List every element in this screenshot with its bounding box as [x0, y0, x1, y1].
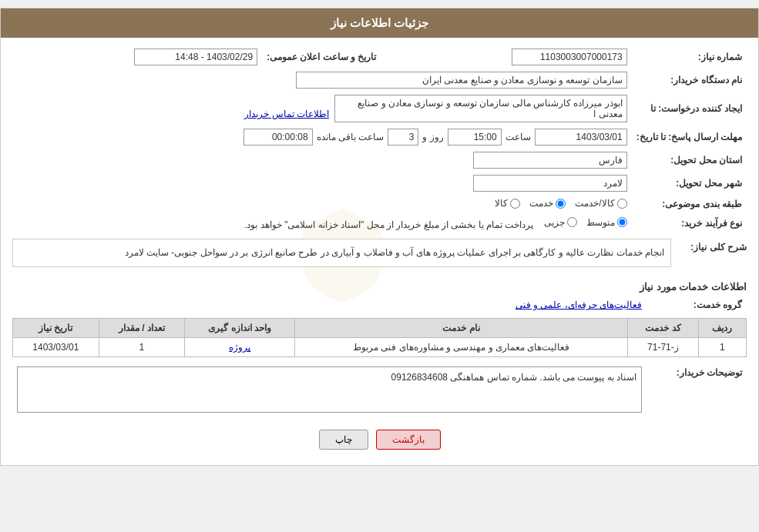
reply-days-label: روز و	[422, 132, 443, 142]
table-row: 1ز-71-71فعالیت‌های معماری و مهندسی و مشا…	[13, 338, 747, 357]
process-motavasset[interactable]: متوسط	[586, 217, 627, 228]
services-section-title: اطلاعات خدمات مورد نیاز	[12, 281, 747, 293]
col-row: ردیف	[698, 319, 746, 338]
col-date: تاریخ نیاز	[13, 319, 99, 338]
cell-date: 1403/03/01	[13, 338, 99, 357]
service-group-label: گروه خدمت:	[646, 296, 747, 313]
cell-name: فعالیت‌های معماری و مهندسی و مشاوره‌های …	[295, 338, 628, 357]
col-count: تعداد / مقدار	[99, 319, 185, 338]
reply-remaining-value: 00:00:08	[243, 129, 313, 146]
category-kala[interactable]: کالا	[495, 198, 520, 209]
summary-label: شرح کلی نیاز:	[677, 239, 747, 253]
service-group-value[interactable]: فعالیت‌های حرفه‌ای، علمی و فنی	[516, 299, 642, 310]
reply-remaining-label: ساعت باقی مانده	[317, 132, 385, 142]
need-number-value: 1103003007000173	[512, 49, 627, 65]
back-button[interactable]: بازگشت	[376, 430, 441, 450]
col-unit: واحد اندازه گیری	[185, 319, 295, 338]
creator-contact-link[interactable]: اطلاعات تماس خریدار	[244, 109, 329, 119]
reply-days-value: 3	[388, 129, 418, 146]
process-joz'i[interactable]: جزیی	[544, 217, 577, 228]
buyer-notes-label: توضیحات خریدار:	[646, 363, 747, 416]
page-title: جزئیات اطلاعات نیاز	[1, 8, 758, 38]
city-value: لامرد	[473, 175, 627, 192]
buyer-notes-value: اسناد به پیوست می باشد. شماره تماس هماهن…	[17, 366, 642, 413]
province-label: استان محل تحویل:	[632, 149, 747, 172]
cell-count: 1	[99, 338, 185, 357]
category-label: طبقه بندی موضوعی:	[632, 195, 747, 214]
buyer-org-label: نام دستگاه خریدار:	[632, 69, 747, 92]
category-kala-khidmat[interactable]: کالا/خدمت	[575, 198, 626, 209]
need-number-label: شماره نیاز:	[632, 45, 747, 69]
creator-value: ابوذر میرزاده کارشناس مالی سازمان توسعه …	[334, 95, 627, 122]
reply-date-value: 1403/03/01	[535, 129, 627, 146]
col-code: کد خدمت	[628, 319, 699, 338]
reply-time-value: 15:00	[448, 129, 502, 146]
reply-time-label: ساعت	[505, 132, 531, 142]
category-khidmat[interactable]: خدمت	[529, 198, 566, 209]
announce-datetime-label: تاریخ و ساعت اعلان عمومی:	[262, 45, 381, 69]
process-label: نوع فرآیند خرید:	[632, 214, 747, 233]
announce-datetime-value: 1403/02/29 - 14:48	[134, 49, 257, 65]
buyer-org-value: سازمان توسعه و نوسازی معادن و صنایع معدن…	[296, 72, 627, 89]
cell-code: ز-71-71	[628, 338, 699, 357]
print-button[interactable]: چاپ	[319, 430, 368, 450]
col-name: نام خدمت	[295, 319, 628, 338]
province-value: فارس	[473, 152, 627, 169]
city-label: شهر محل تحویل:	[632, 172, 747, 195]
process-note: پرداخت تمام یا بخشی از مبلغ خریدار از مح…	[244, 219, 533, 229]
cell-unit[interactable]: پروژه	[185, 338, 295, 357]
cell-row: 1	[698, 338, 746, 357]
creator-label: ایجاد کننده درخواست: تا	[632, 92, 747, 125]
summary-text: انجام خدمات نظارت عالیه و کارگاهی بر اجر…	[12, 239, 671, 267]
services-table: ردیف کد خدمت نام خدمت واحد اندازه گیری ت…	[12, 318, 747, 357]
button-row: بازگشت چاپ	[12, 422, 747, 457]
reply-deadline-label: مهلت ارسال پاسخ: تا تاریخ:	[632, 125, 747, 149]
